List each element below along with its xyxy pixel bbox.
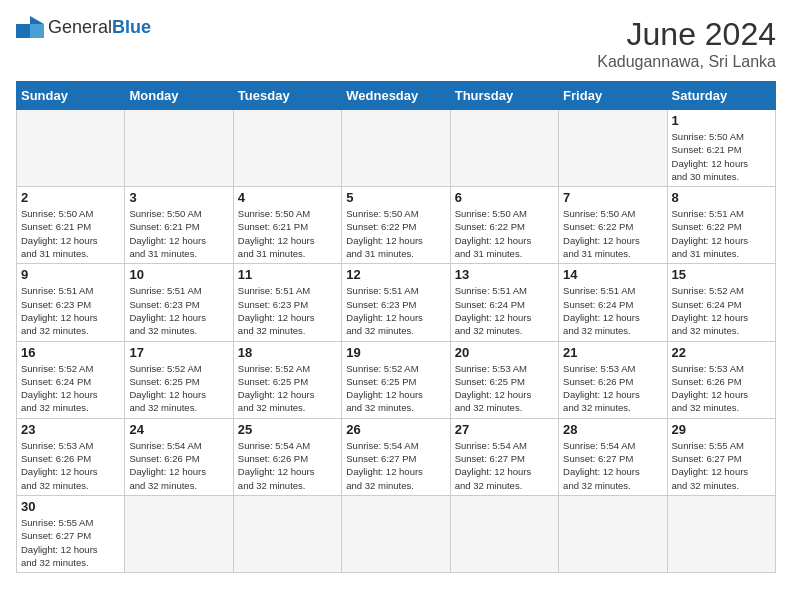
day-info: Sunrise: 5:52 AMSunset: 6:25 PMDaylight:… bbox=[346, 362, 445, 415]
day-number: 19 bbox=[346, 345, 445, 360]
day-number: 1 bbox=[672, 113, 771, 128]
day-info: Sunrise: 5:50 AMSunset: 6:22 PMDaylight:… bbox=[563, 207, 662, 260]
header-sunday: Sunday bbox=[17, 82, 125, 110]
day-number: 2 bbox=[21, 190, 120, 205]
table-row: 23Sunrise: 5:53 AMSunset: 6:26 PMDayligh… bbox=[17, 418, 125, 495]
table-row: 24Sunrise: 5:54 AMSunset: 6:26 PMDayligh… bbox=[125, 418, 233, 495]
calendar-week-row: 2Sunrise: 5:50 AMSunset: 6:21 PMDaylight… bbox=[17, 187, 776, 264]
table-row: 19Sunrise: 5:52 AMSunset: 6:25 PMDayligh… bbox=[342, 341, 450, 418]
header-thursday: Thursday bbox=[450, 82, 558, 110]
table-row: 18Sunrise: 5:52 AMSunset: 6:25 PMDayligh… bbox=[233, 341, 341, 418]
day-number: 6 bbox=[455, 190, 554, 205]
day-info: Sunrise: 5:51 AMSunset: 6:23 PMDaylight:… bbox=[238, 284, 337, 337]
day-number: 7 bbox=[563, 190, 662, 205]
table-row: 16Sunrise: 5:52 AMSunset: 6:24 PMDayligh… bbox=[17, 341, 125, 418]
day-number: 12 bbox=[346, 267, 445, 282]
table-row: 7Sunrise: 5:50 AMSunset: 6:22 PMDaylight… bbox=[559, 187, 667, 264]
day-number: 30 bbox=[21, 499, 120, 514]
day-number: 11 bbox=[238, 267, 337, 282]
table-row: 26Sunrise: 5:54 AMSunset: 6:27 PMDayligh… bbox=[342, 418, 450, 495]
header-saturday: Saturday bbox=[667, 82, 775, 110]
day-number: 18 bbox=[238, 345, 337, 360]
table-row: 1Sunrise: 5:50 AMSunset: 6:21 PMDaylight… bbox=[667, 110, 775, 187]
day-info: Sunrise: 5:53 AMSunset: 6:25 PMDaylight:… bbox=[455, 362, 554, 415]
day-info: Sunrise: 5:50 AMSunset: 6:21 PMDaylight:… bbox=[129, 207, 228, 260]
weekday-header-row: Sunday Monday Tuesday Wednesday Thursday… bbox=[17, 82, 776, 110]
table-row bbox=[450, 495, 558, 572]
table-row: 2Sunrise: 5:50 AMSunset: 6:21 PMDaylight… bbox=[17, 187, 125, 264]
table-row bbox=[125, 110, 233, 187]
table-row: 20Sunrise: 5:53 AMSunset: 6:25 PMDayligh… bbox=[450, 341, 558, 418]
svg-rect-0 bbox=[16, 24, 30, 38]
day-number: 16 bbox=[21, 345, 120, 360]
header-monday: Monday bbox=[125, 82, 233, 110]
day-info: Sunrise: 5:50 AMSunset: 6:21 PMDaylight:… bbox=[238, 207, 337, 260]
table-row: 3Sunrise: 5:50 AMSunset: 6:21 PMDaylight… bbox=[125, 187, 233, 264]
day-number: 13 bbox=[455, 267, 554, 282]
day-info: Sunrise: 5:52 AMSunset: 6:25 PMDaylight:… bbox=[129, 362, 228, 415]
day-number: 25 bbox=[238, 422, 337, 437]
table-row: 5Sunrise: 5:50 AMSunset: 6:22 PMDaylight… bbox=[342, 187, 450, 264]
day-number: 26 bbox=[346, 422, 445, 437]
table-row: 22Sunrise: 5:53 AMSunset: 6:26 PMDayligh… bbox=[667, 341, 775, 418]
day-info: Sunrise: 5:53 AMSunset: 6:26 PMDaylight:… bbox=[672, 362, 771, 415]
table-row: 30Sunrise: 5:55 AMSunset: 6:27 PMDayligh… bbox=[17, 495, 125, 572]
logo: GeneralBlue bbox=[16, 16, 151, 38]
table-row bbox=[342, 495, 450, 572]
day-info: Sunrise: 5:54 AMSunset: 6:26 PMDaylight:… bbox=[129, 439, 228, 492]
day-number: 5 bbox=[346, 190, 445, 205]
day-number: 10 bbox=[129, 267, 228, 282]
day-info: Sunrise: 5:51 AMSunset: 6:22 PMDaylight:… bbox=[672, 207, 771, 260]
day-info: Sunrise: 5:51 AMSunset: 6:24 PMDaylight:… bbox=[455, 284, 554, 337]
table-row bbox=[559, 495, 667, 572]
day-number: 14 bbox=[563, 267, 662, 282]
table-row: 28Sunrise: 5:54 AMSunset: 6:27 PMDayligh… bbox=[559, 418, 667, 495]
day-info: Sunrise: 5:50 AMSunset: 6:22 PMDaylight:… bbox=[346, 207, 445, 260]
day-info: Sunrise: 5:52 AMSunset: 6:25 PMDaylight:… bbox=[238, 362, 337, 415]
svg-marker-1 bbox=[30, 16, 44, 24]
calendar-week-row: 30Sunrise: 5:55 AMSunset: 6:27 PMDayligh… bbox=[17, 495, 776, 572]
day-number: 28 bbox=[563, 422, 662, 437]
table-row bbox=[125, 495, 233, 572]
table-row: 29Sunrise: 5:55 AMSunset: 6:27 PMDayligh… bbox=[667, 418, 775, 495]
day-number: 27 bbox=[455, 422, 554, 437]
table-row: 4Sunrise: 5:50 AMSunset: 6:21 PMDaylight… bbox=[233, 187, 341, 264]
day-info: Sunrise: 5:50 AMSunset: 6:21 PMDaylight:… bbox=[21, 207, 120, 260]
table-row: 13Sunrise: 5:51 AMSunset: 6:24 PMDayligh… bbox=[450, 264, 558, 341]
day-number: 20 bbox=[455, 345, 554, 360]
calendar-title: June 2024 bbox=[597, 16, 776, 53]
table-row: 9Sunrise: 5:51 AMSunset: 6:23 PMDaylight… bbox=[17, 264, 125, 341]
day-number: 24 bbox=[129, 422, 228, 437]
table-row: 27Sunrise: 5:54 AMSunset: 6:27 PMDayligh… bbox=[450, 418, 558, 495]
day-number: 21 bbox=[563, 345, 662, 360]
day-number: 29 bbox=[672, 422, 771, 437]
svg-marker-2 bbox=[30, 24, 44, 38]
day-info: Sunrise: 5:51 AMSunset: 6:23 PMDaylight:… bbox=[21, 284, 120, 337]
table-row bbox=[233, 110, 341, 187]
table-row: 15Sunrise: 5:52 AMSunset: 6:24 PMDayligh… bbox=[667, 264, 775, 341]
day-info: Sunrise: 5:54 AMSunset: 6:27 PMDaylight:… bbox=[346, 439, 445, 492]
logo-icon bbox=[16, 16, 44, 38]
calendar-header: GeneralBlue June 2024 Kadugannawa, Sri L… bbox=[16, 16, 776, 71]
table-row: 14Sunrise: 5:51 AMSunset: 6:24 PMDayligh… bbox=[559, 264, 667, 341]
day-info: Sunrise: 5:51 AMSunset: 6:23 PMDaylight:… bbox=[346, 284, 445, 337]
day-info: Sunrise: 5:50 AMSunset: 6:21 PMDaylight:… bbox=[672, 130, 771, 183]
day-info: Sunrise: 5:51 AMSunset: 6:23 PMDaylight:… bbox=[129, 284, 228, 337]
table-row: 11Sunrise: 5:51 AMSunset: 6:23 PMDayligh… bbox=[233, 264, 341, 341]
day-info: Sunrise: 5:53 AMSunset: 6:26 PMDaylight:… bbox=[21, 439, 120, 492]
table-row bbox=[559, 110, 667, 187]
day-number: 17 bbox=[129, 345, 228, 360]
calendar-week-row: 9Sunrise: 5:51 AMSunset: 6:23 PMDaylight… bbox=[17, 264, 776, 341]
table-row bbox=[450, 110, 558, 187]
table-row: 12Sunrise: 5:51 AMSunset: 6:23 PMDayligh… bbox=[342, 264, 450, 341]
day-number: 8 bbox=[672, 190, 771, 205]
table-row: 25Sunrise: 5:54 AMSunset: 6:26 PMDayligh… bbox=[233, 418, 341, 495]
calendar-week-row: 16Sunrise: 5:52 AMSunset: 6:24 PMDayligh… bbox=[17, 341, 776, 418]
header-tuesday: Tuesday bbox=[233, 82, 341, 110]
table-row: 10Sunrise: 5:51 AMSunset: 6:23 PMDayligh… bbox=[125, 264, 233, 341]
header-friday: Friday bbox=[559, 82, 667, 110]
day-info: Sunrise: 5:52 AMSunset: 6:24 PMDaylight:… bbox=[21, 362, 120, 415]
table-row bbox=[233, 495, 341, 572]
day-info: Sunrise: 5:55 AMSunset: 6:27 PMDaylight:… bbox=[672, 439, 771, 492]
table-row bbox=[342, 110, 450, 187]
